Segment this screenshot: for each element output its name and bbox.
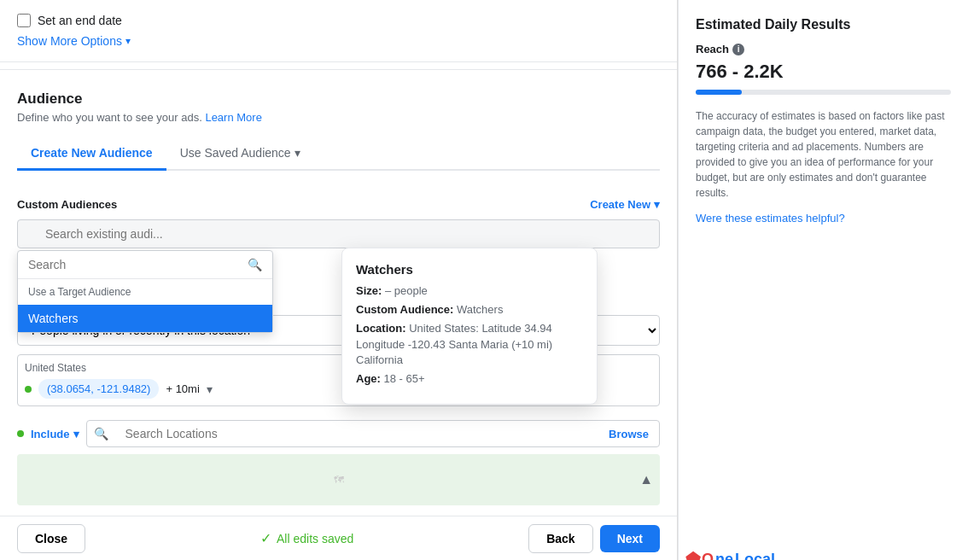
audience-section: Audience Define who you want to see your… <box>0 77 677 184</box>
watchers-dropdown-item[interactable]: Watchers <box>18 305 272 332</box>
estimates-description: The accuracy of estimates is based on fa… <box>696 108 951 201</box>
left-panel: Set an end date Show More Options Audien… <box>0 0 678 560</box>
next-button[interactable]: Next <box>600 525 660 552</box>
show-more-button[interactable]: Show More Options <box>17 27 131 48</box>
saved-label: All edits saved <box>277 532 353 545</box>
custom-audiences-label: Custom Audiences <box>17 198 117 211</box>
search-existing-wrap: 🔍 🔍 Use a Target Audience Watchers <box>17 219 660 248</box>
end-date-checkbox[interactable] <box>17 14 31 27</box>
search-locations-icon: 🔍 <box>87 427 115 440</box>
end-date-section: Set an end date Show More Options <box>0 0 677 62</box>
reach-info-icon[interactable]: i <box>732 44 744 55</box>
reach-bar <box>696 90 951 95</box>
radius-chevron-icon[interactable]: ▾ <box>207 382 213 396</box>
estimated-title: Estimated Daily Results <box>696 17 951 32</box>
saved-status: ✓ All edits saved <box>260 530 353 546</box>
right-panel: Estimated Daily Results Reach i 766 - 2.… <box>678 0 968 560</box>
watchers-tooltip: Watchers Size: – people Custom Audience:… <box>341 248 598 405</box>
back-button[interactable]: Back <box>528 524 592 553</box>
search-dropdown-input-wrap: 🔍 <box>18 251 272 279</box>
reach-label: Reach i <box>696 43 951 55</box>
main-container: Set an end date Show More Options Audien… <box>0 0 968 560</box>
reach-bar-fill <box>696 90 742 95</box>
tooltip-age-value: 18 - 65+ <box>384 372 425 385</box>
reach-value: 766 - 2.2K <box>696 61 951 83</box>
search-locations-input[interactable] <box>115 421 599 446</box>
tab-create-new-label: Create New Audience <box>31 146 153 160</box>
tooltip-location-row: Location: United States: Latitude 34.94 … <box>356 321 583 368</box>
scroll-up-icon[interactable]: ▲ <box>639 472 653 487</box>
bottom-bar: Close ✓ All edits saved Back Next <box>0 516 677 560</box>
onelocal-logo: ⬟ O ne Local <box>685 549 941 560</box>
audience-tabs: Create New Audience Use Saved Audience ▾ <box>17 137 660 171</box>
location-coords: (38.0654, -121.9482) <box>38 379 159 399</box>
audience-description: Define who you want to see your ads. Lea… <box>17 111 660 124</box>
learn-more-link[interactable]: Learn More <box>205 111 261 124</box>
bottom-right-buttons: Back Next <box>528 524 660 553</box>
tooltip-title: Watchers <box>356 262 583 277</box>
tab-use-saved-label: Use Saved Audience <box>180 146 291 160</box>
search-dropdown-hint: Use a Target Audience <box>18 279 272 305</box>
tooltip-size-value: – people <box>385 284 428 297</box>
audience-desc-text: Define who you want to see your ads. <box>17 111 205 124</box>
logo-o: O <box>702 551 714 561</box>
tab-use-saved[interactable]: Use Saved Audience ▾ <box>166 137 314 171</box>
include-chevron-icon: ▾ <box>73 428 79 440</box>
include-label: Include <box>31 428 70 440</box>
tooltip-age-label: Age: <box>356 372 381 385</box>
tooltip-audience-value: Watchers <box>457 303 503 316</box>
tooltip-audience-label: Custom Audience: <box>356 303 453 316</box>
logo-icon: ⬟ <box>685 549 700 560</box>
include-pin-icon <box>17 430 24 437</box>
helpful-link[interactable]: Were these estimates helpful? <box>696 212 845 225</box>
tooltip-size-row: Size: – people <box>356 283 583 299</box>
search-locations-wrap: 🔍 Browse <box>86 420 660 447</box>
logo-ne: ne <box>715 551 733 561</box>
audience-title: Audience <box>17 90 660 108</box>
chevron-down-icon-create: ▾ <box>654 198 660 211</box>
map-placeholder: 🗺 ▲ <box>17 454 660 505</box>
reach-text: Reach <box>696 43 729 55</box>
include-row: Include ▾ 🔍 Browse <box>0 413 677 454</box>
coords-text: (38.0654, -121.9482) <box>47 382 150 395</box>
tooltip-size-label: Size: <box>356 284 382 297</box>
browse-button[interactable]: Browse <box>598 428 659 440</box>
end-date-row: Set an end date <box>17 14 660 27</box>
location-pin-icon <box>25 386 32 393</box>
divider <box>0 69 677 70</box>
tooltip-audience-row: Custom Audience: Watchers <box>356 302 583 318</box>
chevron-down-icon: ▾ <box>294 146 300 160</box>
search-dropdown-icon: 🔍 <box>248 258 262 271</box>
tooltip-age-row: Age: 18 - 65+ <box>356 371 583 387</box>
end-date-label: Set an end date <box>38 14 122 27</box>
audiences-header: Custom Audiences Create New ▾ <box>17 198 660 211</box>
tab-create-new[interactable]: Create New Audience <box>17 137 166 171</box>
tooltip-location-label: Location: <box>356 322 406 335</box>
radius-label: + 10mi <box>166 382 199 395</box>
search-dropdown: 🔍 Use a Target Audience Watchers <box>17 250 273 333</box>
logo-local: Local <box>735 551 775 561</box>
map-visual: 🗺 <box>334 474 344 486</box>
search-existing-input[interactable] <box>17 219 660 248</box>
create-new-label: Create New <box>590 198 650 211</box>
close-button[interactable]: Close <box>17 524 85 553</box>
search-dropdown-input[interactable] <box>28 258 241 271</box>
include-button[interactable]: Include ▾ <box>31 428 79 440</box>
check-icon: ✓ <box>260 530 271 546</box>
create-new-button[interactable]: Create New ▾ <box>590 198 660 211</box>
